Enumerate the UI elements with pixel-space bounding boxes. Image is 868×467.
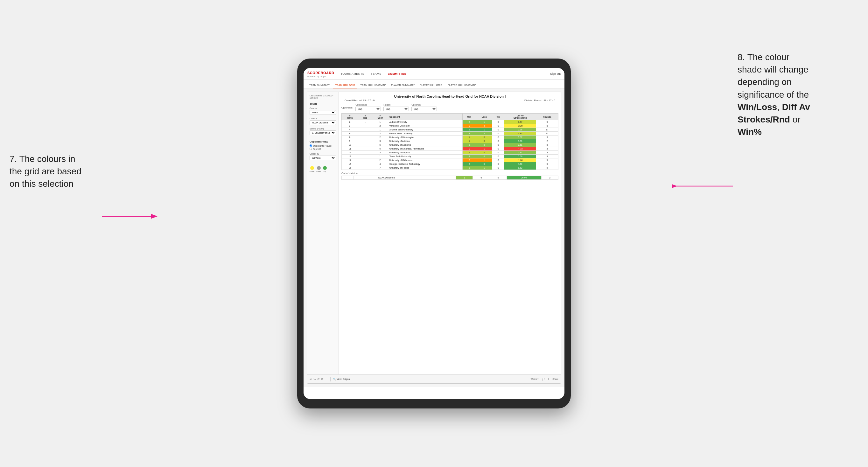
tab-player-h2h-grid[interactable]: PLAYER H2H GRID	[418, 83, 444, 88]
tab-team-h2h-heatmap[interactable]: TEAM H2H HEATMAP	[358, 83, 388, 88]
cell-opponent: University of Virginia	[388, 151, 462, 155]
cell-reg	[358, 135, 372, 139]
cell-reg	[358, 147, 372, 151]
cell-reg: -	[358, 120, 372, 124]
arrow-right	[672, 181, 736, 191]
radio-top100[interactable]: Top 100	[310, 148, 336, 150]
cell-diff: 1.83	[504, 132, 536, 135]
region-filter-select[interactable]: (All)	[383, 106, 409, 111]
table-header-row: #Rank #Reg #Conf Opponent Win Loss Tie D…	[342, 114, 558, 120]
out-of-division-label: Out of division	[341, 172, 558, 175]
cell-reg	[358, 155, 372, 158]
team-section-title: Team	[310, 102, 336, 105]
cell-opponent: University of Arkansas, Fayetteville	[388, 147, 462, 151]
cell-reg	[358, 124, 372, 128]
cell-rank: 10	[342, 143, 358, 147]
comment-icon[interactable]: 💬	[542, 378, 545, 380]
arrow-left	[99, 212, 162, 221]
conference-filter: Conference (All)	[355, 104, 381, 111]
annotation-right-line4: significance of the	[738, 90, 809, 100]
cell-reg	[358, 166, 372, 170]
sign-out-button[interactable]: Sign out	[550, 72, 561, 75]
cell-loss: 0	[476, 151, 492, 155]
cell-win: 3	[462, 143, 476, 147]
undo-icon[interactable]: ↩	[310, 378, 312, 381]
cell-opponent: University of Arizona	[388, 139, 462, 143]
cell-tie: 0	[492, 147, 504, 151]
annotation-bold-winloss: Win/Loss	[738, 102, 777, 112]
cell-rounds: 3	[536, 151, 558, 155]
cell-win: 5	[462, 162, 476, 166]
cell-tie: 0	[492, 135, 504, 139]
tab-player-summary[interactable]: PLAYER SUMMARY	[389, 83, 416, 88]
cell-diff: -1.00	[504, 158, 536, 162]
colour-by-label: Colour by	[310, 153, 336, 155]
out-of-division-table: NCAA Division II 1 0 0 26.00 3	[341, 176, 558, 180]
out-division-row: NCAA Division II 1 0 0 26.00 3	[342, 176, 558, 180]
annotation-left-line2: the grid are based	[9, 166, 82, 176]
watch-button[interactable]: Watch ▾	[531, 378, 539, 380]
cell-reg: -	[358, 128, 372, 132]
refresh-icon[interactable]: ⟳	[321, 378, 323, 381]
more-icon[interactable]: ⋯	[325, 378, 328, 381]
division-select[interactable]: NCAA Division I	[310, 120, 336, 125]
cell-rank: 6	[342, 132, 358, 135]
colour-by-select[interactable]: Win/loss	[310, 156, 336, 160]
tableau-toolbar: ↩ ↪ ↺ ⟳ ⋯ 🔍 View: Original Watch ▾ 💬 ⤴	[307, 374, 561, 383]
cell-out-division: NCAA Division II	[377, 176, 456, 180]
cell-opponent: Florida State University	[388, 132, 462, 135]
annotation-or: or	[790, 115, 801, 124]
cell-tie: 0	[492, 124, 504, 128]
cell-out-tie: 0	[490, 176, 506, 180]
cell-loss: 1	[476, 166, 492, 170]
annotation-left: 7. The colours in the grid are based on …	[9, 153, 99, 190]
nav-teams[interactable]: TEAMS	[371, 71, 381, 77]
tab-team-h2h-grid[interactable]: TEAM H2H GRID	[333, 83, 357, 88]
tab-team-summary[interactable]: TEAM SUMMARY	[307, 83, 332, 88]
school-select[interactable]: 1. University of Nort...	[310, 130, 336, 135]
gender-select[interactable]: Men's	[310, 110, 336, 115]
tab-player-h2h-heatmap[interactable]: PLAYER H2H HEATMAP	[445, 83, 478, 88]
cell-conf: 6	[372, 147, 388, 151]
cell-loss: 1	[476, 128, 492, 132]
col-rank: #Rank	[342, 114, 358, 120]
cell-win: 0	[462, 124, 476, 128]
tablet-screen: SCOREBOARD Powered by clippd TOURNAMENTS…	[304, 68, 564, 399]
opponent-filter-select[interactable]: (All)	[411, 106, 437, 111]
cell-win: 1	[462, 151, 476, 155]
toolbar-icons: ↩ ↪ ↺ ⟳ ⋯	[310, 378, 328, 381]
radio-opponents-played[interactable]: Opponents Played	[310, 145, 336, 147]
logo-text: SCOREBOARD	[307, 71, 334, 75]
radio-opponents-played-label: Opponents Played	[313, 145, 332, 147]
cell-tie: 0	[492, 155, 504, 158]
cell-rank: 14	[342, 158, 358, 162]
cell-conf: 5	[372, 143, 388, 147]
cell-conf: 2	[372, 135, 388, 139]
reset-icon[interactable]: ↺	[317, 378, 320, 381]
cell-diff: -2.29	[504, 124, 536, 128]
cell-opponent: Texas Tech University	[388, 155, 462, 158]
share-button[interactable]: Share	[552, 378, 558, 380]
cell-win: 2	[462, 120, 476, 124]
nav-bar: SCOREBOARD Powered by clippd TOURNAMENTS…	[304, 68, 564, 80]
cell-win: 0	[462, 158, 476, 162]
table-row: 10 5 University of Alabama 3 0 0 2.61 8	[342, 143, 558, 147]
out-table-body: NCAA Division II 1 0 0 26.00 3	[342, 176, 558, 180]
cell-win: 4	[462, 132, 476, 135]
opponent-view-label: Opponent View	[310, 140, 336, 143]
cell-rank: 4	[342, 128, 358, 132]
share-icon[interactable]: ⤴	[548, 378, 549, 380]
redo-icon[interactable]: ↪	[313, 378, 316, 381]
cell-conf: 7	[372, 166, 388, 170]
annotation-comma: ,	[777, 102, 782, 112]
legend-level-dot	[317, 166, 321, 170]
conference-filter-select[interactable]: (All)	[355, 106, 381, 111]
nav-committee[interactable]: COMMITTEE	[388, 71, 407, 77]
nav-tournaments[interactable]: TOURNAMENTS	[340, 71, 364, 77]
cell-tie: 0	[492, 166, 504, 170]
legend-up: Up	[323, 166, 327, 173]
cell-win: 0	[462, 147, 476, 151]
cell-rounds: 8	[536, 124, 558, 128]
cell-rank: 8	[342, 135, 358, 139]
col-opponent: Opponent	[388, 114, 462, 120]
